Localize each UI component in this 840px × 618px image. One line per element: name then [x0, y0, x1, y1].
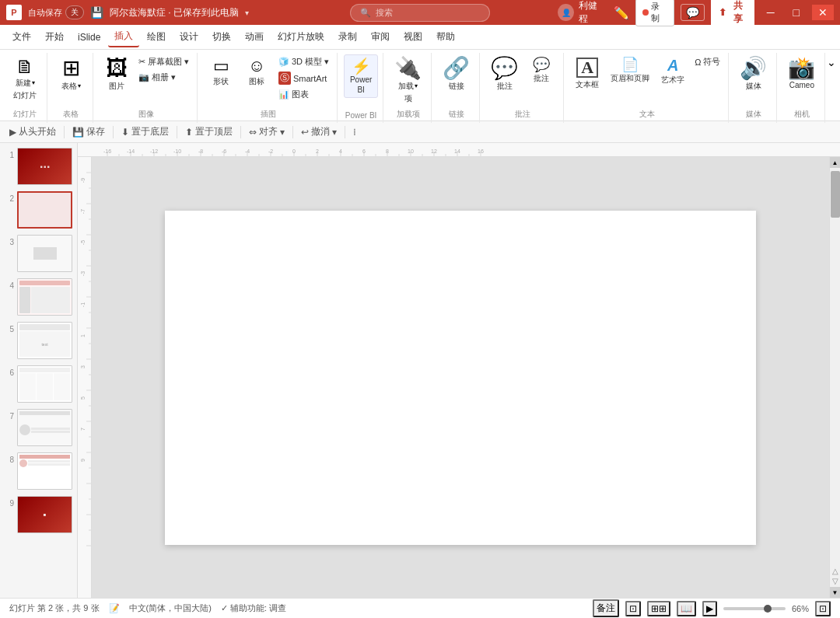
- slide-thumb-8[interactable]: [17, 452, 72, 490]
- zoom-fit-button[interactable]: ⊡: [815, 601, 831, 616]
- search-box[interactable]: 🔍 搜索: [350, 4, 490, 22]
- qa-align-button[interactable]: ⇔ 对齐 ▾: [246, 124, 288, 140]
- autosave-toggle[interactable]: 关: [65, 5, 84, 19]
- qa-more-button[interactable]: ⁞: [350, 125, 359, 139]
- title-arrow[interactable]: ▾: [245, 9, 249, 17]
- shapes-button[interactable]: ▭ 形状: [204, 54, 238, 90]
- addins-button[interactable]: 🔌 加载 ▾ 项: [390, 54, 426, 107]
- align-drop[interactable]: ▾: [280, 127, 285, 138]
- screenshot-drop[interactable]: ▾: [184, 57, 189, 67]
- icons-button[interactable]: ☺ 图标: [240, 54, 274, 90]
- slide-item-2[interactable]: 2: [3, 190, 74, 230]
- header-footer-button[interactable]: 📄 页眉和页脚: [606, 54, 654, 87]
- 3d-model-button[interactable]: 🧊 3D 模型 ▾: [275, 54, 332, 69]
- slide-item-9[interactable]: 9 ■: [3, 494, 74, 535]
- slide-item-7[interactable]: 7: [3, 407, 74, 448]
- slide-thumb-3[interactable]: [17, 235, 72, 272]
- menu-item-file[interactable]: 文件: [6, 27, 37, 47]
- textbox-button[interactable]: A 文本框: [570, 54, 604, 93]
- album-button[interactable]: 📷 相册 ▾: [135, 70, 192, 85]
- qa-undo-button[interactable]: ↩ 撤消 ▾: [298, 124, 340, 140]
- slideshow-view-button[interactable]: ▶: [702, 601, 717, 616]
- zoom-slider[interactable]: [723, 607, 786, 610]
- new-slide-dropdown[interactable]: ▾: [32, 79, 35, 86]
- save-button[interactable]: 💾: [90, 6, 103, 19]
- slide-thumb-9[interactable]: ■: [17, 496, 72, 533]
- menu-item-transition[interactable]: 切换: [206, 27, 237, 47]
- pen-button[interactable]: ✏️: [614, 5, 629, 20]
- slide-thumb-2[interactable]: [17, 191, 72, 229]
- qa-save-button[interactable]: 💾 保存: [69, 124, 108, 140]
- slide-item-3[interactable]: 3: [3, 233, 74, 274]
- record-dot: [642, 9, 649, 16]
- reading-view-button[interactable]: 📖: [677, 601, 696, 616]
- smartart-button[interactable]: Ⓢ SmartArt: [275, 70, 332, 86]
- media-button[interactable]: 🔊 媒体: [735, 54, 772, 95]
- slide-item-5[interactable]: 5 text: [3, 320, 74, 361]
- slide-item-4[interactable]: 4: [3, 277, 74, 317]
- undo-drop[interactable]: ▾: [332, 127, 337, 138]
- slide-thumb-6[interactable]: [17, 365, 72, 403]
- picture-button[interactable]: 🖼 图片: [100, 54, 134, 95]
- menu-item-record[interactable]: 录制: [332, 27, 363, 47]
- align-icon: ⇔: [249, 127, 257, 138]
- menu-item-insert[interactable]: 插入: [108, 26, 139, 47]
- 3d-drop[interactable]: ▾: [324, 57, 329, 67]
- addins-drop[interactable]: ▾: [415, 82, 418, 89]
- menu-item-review[interactable]: 审阅: [365, 27, 396, 47]
- page-down-button[interactable]: ▽: [831, 577, 840, 585]
- share-button[interactable]: ⬆ 共享: [711, 0, 754, 27]
- close-button[interactable]: ✕: [812, 5, 834, 20]
- menu-item-design[interactable]: 设计: [173, 27, 205, 47]
- slide-thumb-1[interactable]: ■ ■ ■: [17, 148, 72, 185]
- slide-canvas[interactable]: [92, 157, 829, 598]
- chart-button[interactable]: 📊 图表: [275, 87, 332, 102]
- powerbi-button[interactable]: ⚡ Power BI: [344, 54, 378, 98]
- notes-view-button[interactable]: 备注: [593, 599, 619, 617]
- autosave-label: 自动保存: [28, 7, 62, 19]
- slide-page[interactable]: [165, 211, 756, 545]
- zoom-handle[interactable]: [764, 605, 772, 613]
- cameo-button[interactable]: 📸 Cameo: [783, 54, 820, 93]
- menu-item-animation[interactable]: 动画: [239, 27, 270, 47]
- slide-item-1[interactable]: 1 ■ ■ ■: [3, 146, 74, 187]
- qa-fromstart-button[interactable]: ▶ 从头开始: [6, 124, 59, 140]
- menu-item-help[interactable]: 帮助: [430, 27, 461, 47]
- menu-item-slideshow[interactable]: 幻灯片放映: [271, 27, 331, 47]
- page-up-button[interactable]: △: [831, 567, 840, 575]
- ribbon-more-button[interactable]: ⌄: [827, 56, 836, 68]
- screenshot-button[interactable]: ✂ 屏幕截图 ▾: [135, 54, 192, 69]
- menu-item-start[interactable]: 开始: [39, 27, 70, 47]
- scroll-thumb-v[interactable]: [831, 171, 840, 218]
- slide-item-8[interactable]: 8: [3, 451, 74, 491]
- qa-sendback-button[interactable]: ⬇ 置于底层: [118, 124, 172, 140]
- record-button[interactable]: 录制: [635, 0, 674, 26]
- menu-item-view[interactable]: 视图: [397, 27, 429, 47]
- scroll-down-arrow[interactable]: ▼: [830, 587, 841, 598]
- slide-thumb-7[interactable]: [17, 409, 72, 446]
- slide-item-6[interactable]: 6: [3, 364, 74, 404]
- table-dropdown[interactable]: ▾: [78, 82, 81, 89]
- menu-item-draw[interactable]: 绘图: [141, 27, 172, 47]
- minimize-button[interactable]: ─: [761, 5, 781, 20]
- maximize-button[interactable]: □: [787, 5, 806, 20]
- normal-view-button[interactable]: ⊡: [625, 601, 641, 616]
- scroll-up-arrow[interactable]: ▲: [830, 157, 841, 168]
- qa-bringfront-button[interactable]: ⬆ 置于顶层: [182, 124, 236, 140]
- menu-item-islide[interactable]: iSlide: [72, 29, 107, 46]
- slide-thumb-5[interactable]: text: [17, 322, 72, 359]
- wordart-button[interactable]: A 艺术字: [656, 54, 690, 89]
- comment-ribbon-button[interactable]: 💬 批注: [486, 54, 523, 95]
- slide-sorter-button[interactable]: ⊞⊞: [647, 601, 670, 616]
- ribbon-group-table-label: 表格: [63, 109, 79, 121]
- ribbon-group-image: 🖼 图片 ✂ 屏幕截图 ▾ 📷 相册 ▾ 图像: [95, 53, 198, 123]
- comment-button[interactable]: 💬: [681, 4, 705, 21]
- comment2-ribbon-button[interactable]: 💬 批注: [524, 54, 558, 87]
- slide-thumb-4[interactable]: [17, 278, 72, 316]
- symbol-button[interactable]: Ω 符号: [691, 54, 723, 69]
- link-button[interactable]: 🔗 链接: [438, 54, 474, 95]
- album-drop[interactable]: ▾: [171, 72, 176, 82]
- new-slide-button[interactable]: 🗎 新建 ▾ 幻灯片: [8, 54, 42, 104]
- notes-icon: 📝: [109, 603, 120, 613]
- table-button[interactable]: ⊞ 表格 ▾: [54, 54, 88, 95]
